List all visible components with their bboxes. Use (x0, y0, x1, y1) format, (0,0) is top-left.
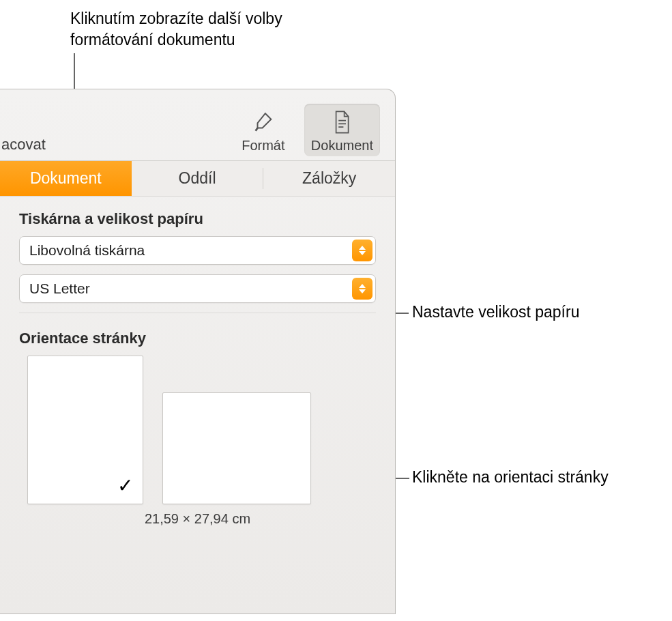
callout-document-tab: Kliknutím zobrazíte další volby formátov… (70, 8, 343, 50)
document-icon (332, 108, 352, 136)
inspector-panel: acovat Formát (0, 89, 396, 614)
tab-label: Oddíl (179, 169, 216, 188)
divider (19, 313, 376, 313)
page-dimensions: 21,59 × 27,94 cm (19, 511, 376, 527)
orientation-portrait[interactable]: ✓ (27, 356, 143, 504)
tab-bookmarks[interactable]: Záložky (263, 161, 395, 196)
orientation-options: ✓ (19, 356, 376, 504)
paper-size-value: US Letter (29, 280, 90, 297)
toolbar: acovat Formát (0, 89, 395, 161)
callout-orientation: Klikněte na orientaci stránky (412, 468, 609, 487)
paper-size-popup[interactable]: US Letter (19, 274, 376, 303)
toolbar-collaborate-partial: acovat (0, 136, 46, 154)
tab-label: Záložky (302, 169, 356, 188)
format-label: Formát (242, 138, 284, 154)
printer-popup[interactable]: Libovolná tiskárna (19, 236, 376, 265)
printer-value: Libovolná tiskárna (29, 242, 145, 259)
tab-section[interactable]: Oddíl (132, 161, 263, 196)
section-title-orientation: Orientace stránky (19, 330, 376, 347)
popup-arrows-icon (352, 278, 372, 300)
document-button[interactable]: Dokument (304, 104, 380, 156)
format-button[interactable]: Formát (229, 104, 297, 156)
tab-document[interactable]: Dokument (0, 161, 132, 196)
document-label: Dokument (311, 138, 373, 154)
tab-label: Dokument (30, 169, 102, 188)
callout-paper-size: Nastavte velikost papíru (412, 303, 579, 321)
printer-paper-section: Tiskárna a velikost papíru Libovolná tis… (0, 197, 395, 527)
paintbrush-icon (252, 108, 275, 136)
section-title-printer: Tiskárna a velikost papíru (19, 210, 376, 228)
inspector-tabs: Dokument Oddíl Záložky (0, 161, 395, 197)
popup-arrows-icon (352, 240, 372, 261)
orientation-landscape[interactable] (162, 392, 311, 504)
checkmark-icon: ✓ (117, 474, 133, 497)
